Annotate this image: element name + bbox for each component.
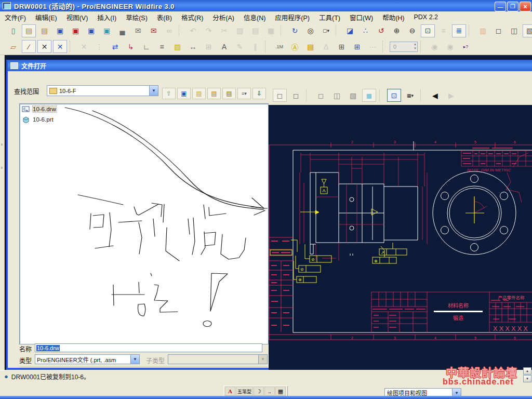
- insert-col-icon[interactable]: ⊞: [202, 40, 216, 53]
- menu-item[interactable]: 插入(I): [92, 11, 121, 23]
- preview-canvas[interactable]: 2 3 4 5 6 2 3 4 5 6: [269, 105, 532, 378]
- separator-10[interactable]: [379, 89, 384, 102]
- hidden-line-view-icon[interactable]: ◫: [330, 89, 344, 102]
- open-file-icon[interactable]: ▤: [22, 24, 36, 37]
- hatch-icon[interactable]: ∥: [248, 40, 262, 53]
- prev-view-icon[interactable]: ◀: [428, 89, 442, 102]
- separator-4[interactable]: [469, 24, 473, 37]
- look-in-combobox[interactable]: 10-6-F ▼: [47, 85, 158, 96]
- export-pdf-icon[interactable]: ▣: [69, 24, 83, 37]
- menu-item[interactable]: PDX 2.2: [409, 12, 443, 22]
- save-icon[interactable]: ▣: [53, 24, 67, 37]
- annotation-folder-icon[interactable]: ▤: [303, 40, 317, 53]
- save-backup-icon[interactable]: ▣: [84, 24, 98, 37]
- datum-plane-display-icon[interactable]: ▱: [6, 40, 20, 53]
- zoom-out-icon[interactable]: ⊖: [405, 24, 419, 37]
- save-copy-icon[interactable]: ▣: [100, 24, 114, 37]
- combo-dropdown-icon[interactable]: ▼: [130, 355, 139, 364]
- navigator-sash[interactable]: »»: [0, 55, 5, 370]
- paste-special-icon[interactable]: ▦: [264, 24, 278, 37]
- visibility-1-icon[interactable]: ◉: [428, 40, 442, 53]
- view-menu-icon[interactable]: ≡▾: [237, 88, 251, 99]
- organize-icon[interactable]: ⇩: [252, 88, 266, 99]
- update-sheets-icon[interactable]: ⇄: [108, 40, 122, 53]
- dimension-icon[interactable]: ↔: [186, 40, 200, 53]
- menu-item[interactable]: 窗口(W): [345, 11, 378, 23]
- annotation-icon[interactable]: Ⓐ: [288, 40, 302, 53]
- separator-6[interactable]: [265, 41, 270, 53]
- model-player-icon[interactable]: ▦▾: [403, 89, 417, 102]
- menu-item[interactable]: 格式(R): [177, 11, 208, 23]
- type-combobox[interactable]: Pro/ENGINEER文件 (.prt, .asm ▼: [35, 354, 140, 364]
- context-help-icon[interactable]: ▸?: [459, 40, 473, 53]
- separator-1[interactable]: [179, 24, 183, 37]
- no-hidden-view-icon[interactable]: ▧: [346, 89, 360, 102]
- separator-2[interactable]: [281, 24, 285, 37]
- menu-item[interactable]: 信息(N): [239, 11, 270, 23]
- layers-icon[interactable]: ≣: [452, 24, 466, 37]
- regenerate-icon[interactable]: ↻: [288, 24, 302, 37]
- separator-9[interactable]: [306, 89, 311, 102]
- ime-lang-button[interactable]: A: [225, 387, 235, 396]
- table-update-icon[interactable]: ⊞: [350, 40, 364, 53]
- find-icon[interactable]: ◎: [303, 24, 317, 37]
- file-row-drawing[interactable]: 10-6.drw: [20, 104, 268, 114]
- ime-punct-button[interactable]: ,,: [264, 387, 275, 396]
- zoom-in-icon[interactable]: ⊕: [390, 24, 404, 37]
- open-session-icon[interactable]: ▤: [37, 24, 51, 37]
- zoom-window-icon[interactable]: ⊡: [421, 24, 435, 37]
- view-manager-icon[interactable]: ◻: [289, 89, 303, 102]
- wireframe-icon[interactable]: ◻: [491, 24, 506, 37]
- visibility-2-icon[interactable]: ◉: [443, 40, 457, 53]
- print-icon[interactable]: ▄: [115, 24, 129, 37]
- note-icon[interactable]: ✎: [233, 40, 247, 53]
- menu-item[interactable]: 工具(T): [314, 11, 345, 23]
- message-log-scrollbar[interactable]: ▲ ▼: [523, 367, 531, 382]
- datum-refs-icon[interactable]: ∴: [358, 24, 373, 37]
- separator-7[interactable]: [382, 41, 387, 53]
- text-style-icon[interactable]: A: [217, 40, 231, 53]
- redo-icon[interactable]: ↷: [202, 24, 216, 37]
- scale-icon[interactable]: .1M: [272, 40, 286, 53]
- table-icon[interactable]: ⊞: [335, 40, 349, 53]
- file-row-part[interactable]: 10-6.prt: [20, 114, 268, 125]
- repaint-icon[interactable]: ◪: [343, 24, 357, 37]
- menu-item[interactable]: 分析(A): [208, 11, 239, 23]
- cut-icon[interactable]: ✂: [217, 24, 231, 37]
- saved-view-list-icon[interactable]: ◻: [273, 89, 287, 102]
- erase-list-icon[interactable]: ⋮: [92, 40, 107, 53]
- menu-item[interactable]: 视图(V): [62, 11, 93, 23]
- separator-3[interactable]: [336, 24, 340, 37]
- spinner-arrows-icon[interactable]: ▲▼: [414, 42, 417, 50]
- insert-sheet-icon[interactable]: ↳: [124, 40, 138, 53]
- email-icon[interactable]: ✉: [131, 24, 145, 37]
- close-button[interactable]: ×: [520, 2, 531, 11]
- scroll-down-icon[interactable]: ▼: [523, 375, 531, 382]
- point-display-icon[interactable]: ✕: [37, 40, 51, 53]
- ime-keyboard-button[interactable]: ▦: [275, 387, 286, 396]
- shaded-view-icon[interactable]: ◼: [362, 89, 376, 102]
- desktop-icon[interactable]: ▣: [177, 88, 191, 99]
- layer-off-icon[interactable]: ≡: [436, 24, 450, 37]
- table-lines-icon[interactable]: ≡: [155, 40, 169, 53]
- next-view-icon[interactable]: ▶: [444, 89, 458, 102]
- menu-item[interactable]: 表(B): [152, 11, 177, 23]
- scroll-up-icon[interactable]: ▲: [523, 367, 531, 375]
- hidden-line-icon[interactable]: ◫: [507, 24, 521, 37]
- email-link-icon[interactable]: ✉: [147, 24, 161, 37]
- new-folder-icon[interactable]: ▤: [207, 88, 221, 99]
- csys-display-icon[interactable]: ✕: [53, 40, 67, 53]
- ime-method-button[interactable]: 五笔型: [236, 387, 253, 396]
- open-folder-icon[interactable]: ▤: [192, 88, 206, 99]
- menu-item[interactable]: 编辑(E): [31, 11, 62, 23]
- value-spinner[interactable]: 0 ▲▼: [390, 42, 418, 52]
- name-input[interactable]: 10-6.drw: [35, 343, 262, 352]
- paste-icon[interactable]: ▤: [248, 24, 262, 37]
- separator-8[interactable]: [420, 41, 425, 53]
- options-icon[interactable]: ⋯: [366, 40, 380, 53]
- menu-item[interactable]: 文件(F): [0, 11, 31, 23]
- working-directory-icon[interactable]: ▤: [222, 88, 236, 99]
- minimize-button[interactable]: —: [495, 2, 506, 11]
- highlight-icon[interactable]: ▨: [170, 40, 184, 53]
- dialog-titlebar[interactable]: 文件打开: [8, 60, 532, 71]
